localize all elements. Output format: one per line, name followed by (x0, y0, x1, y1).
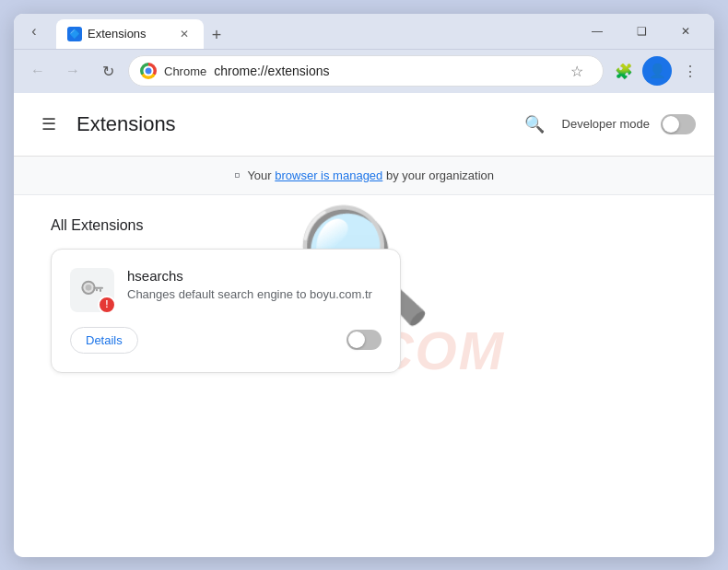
managed-text-before: Your (247, 169, 275, 182)
details-button[interactable]: Details (70, 327, 138, 354)
extensions-list-area: 🔍 RISK.COM All Extensions (14, 195, 714, 395)
title-bar: ‹ 🔷 Extensions ✕ + — ❑ ✕ (14, 14, 714, 49)
tab-favicon: 🔷 (67, 27, 82, 41)
extension-icon-wrap: ! (70, 268, 114, 312)
browser-window: ‹ 🔷 Extensions ✕ + — ❑ ✕ ← → ↻ Chrome ch… (14, 14, 714, 557)
extension-enable-toggle[interactable] (346, 330, 382, 350)
tab-label: Extensions (88, 27, 147, 41)
hamburger-menu-btn[interactable]: ☰ (32, 108, 65, 141)
extensions-icon-btn[interactable]: 🧩 (609, 56, 639, 86)
managed-link[interactable]: browser is managed (275, 169, 382, 182)
chrome-brand-label: Chrome (164, 64, 206, 78)
managed-text-after: by your organization (382, 169, 494, 182)
page-title: Extensions (76, 112, 176, 136)
active-tab[interactable]: 🔷 Extensions ✕ (56, 19, 204, 49)
dev-mode-label: Developer mode (562, 117, 650, 131)
new-tab-btn[interactable]: + (204, 23, 229, 49)
bookmark-icon-btn[interactable]: ☆ (562, 56, 592, 86)
dev-mode-toggle[interactable] (661, 114, 696, 134)
tab-scroll-back-btn[interactable]: ‹ (21, 18, 47, 44)
menu-btn[interactable]: ⋮ (675, 56, 705, 86)
extension-name: hsearchs (127, 268, 382, 284)
svg-rect-4 (96, 288, 98, 291)
svg-rect-2 (93, 286, 103, 288)
managed-banner: ▫ Your browser is managed by your organi… (14, 157, 714, 195)
back-nav-btn[interactable]: ← (23, 56, 53, 86)
extension-card-bottom: Details (70, 327, 382, 354)
window-controls: — ❑ ✕ (576, 17, 707, 46)
extension-description: Changes default search engine to boyu.co… (127, 287, 382, 301)
managed-text: Your browser is managed by your organiza… (247, 169, 494, 182)
extensions-header: ☰ Extensions 🔍 Developer mode (14, 93, 714, 157)
page-content: ☰ Extensions 🔍 Developer mode ▫ Your bro… (14, 93, 714, 557)
extension-info: hsearchs Changes default search engine t… (127, 268, 382, 301)
address-right-icons: 🧩 👤 ⋮ (609, 56, 705, 86)
maximize-btn[interactable]: ❑ (620, 17, 663, 46)
chrome-logo-icon (140, 63, 157, 79)
extension-card-top: ! hsearchs Changes default search engine… (70, 268, 382, 312)
tab-close-btn[interactable]: ✕ (176, 26, 193, 42)
search-btn[interactable]: 🔍 (518, 108, 551, 141)
forward-nav-btn[interactable]: → (58, 56, 88, 86)
svg-point-1 (86, 285, 92, 291)
refresh-btn[interactable]: ↻ (93, 56, 123, 86)
extensions-header-right: 🔍 Developer mode (518, 108, 696, 141)
address-text: chrome://extensions (214, 64, 555, 78)
svg-rect-3 (100, 288, 101, 291)
section-title: All Extensions (51, 217, 677, 234)
address-bar: ← → ↻ Chrome chrome://extensions ☆ 🧩 👤 ⋮ (14, 49, 714, 93)
address-input-wrap[interactable]: Chrome chrome://extensions ☆ (128, 55, 604, 87)
extension-card: ! hsearchs Changes default search engine… (51, 249, 401, 373)
managed-icon: ▫ (234, 166, 240, 185)
tab-bar: 🔷 Extensions ✕ + (53, 14, 570, 49)
profile-btn[interactable]: 👤 (642, 56, 672, 86)
extension-badge-icon: ! (98, 296, 116, 314)
close-btn[interactable]: ✕ (664, 17, 707, 46)
minimize-btn[interactable]: — (576, 17, 618, 46)
